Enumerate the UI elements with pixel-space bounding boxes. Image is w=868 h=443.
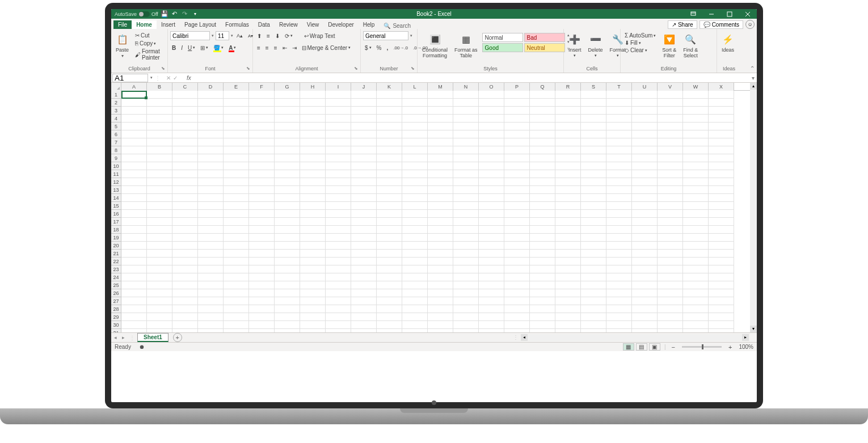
cell[interactable] [479, 170, 504, 178]
cell[interactable] [249, 242, 275, 250]
cell[interactable] [198, 99, 224, 107]
cell[interactable] [402, 107, 428, 115]
cell[interactable] [606, 170, 632, 178]
cell[interactable] [683, 130, 709, 138]
cell[interactable] [530, 258, 555, 265]
cell[interactable] [555, 250, 581, 258]
cell[interactable] [606, 138, 632, 146]
cell[interactable] [504, 258, 530, 265]
cell[interactable] [658, 273, 683, 281]
cell[interactable] [249, 146, 275, 154]
format-as-table-button[interactable]: ▦ Format as Table [452, 31, 480, 60]
cell[interactable] [377, 99, 402, 107]
cell[interactable] [249, 273, 275, 281]
cell[interactable] [658, 178, 683, 186]
collapse-ribbon-icon[interactable]: ⌃ [750, 65, 755, 71]
orientation-icon[interactable]: ⟳▾ [283, 32, 294, 40]
cell[interactable] [453, 281, 479, 289]
cell[interactable] [555, 273, 581, 281]
cell[interactable] [198, 107, 224, 115]
cell[interactable] [504, 123, 530, 130]
cell[interactable] [402, 234, 428, 242]
cell[interactable] [453, 313, 479, 321]
cell[interactable] [658, 115, 683, 123]
cell[interactable] [121, 218, 147, 226]
cell[interactable] [632, 123, 658, 130]
column-header[interactable]: H [300, 83, 326, 91]
cell[interactable] [709, 115, 734, 123]
cell[interactable] [377, 305, 402, 313]
cell[interactable] [172, 146, 198, 154]
cell[interactable] [479, 162, 504, 170]
column-header[interactable]: Q [530, 83, 555, 91]
cell[interactable] [453, 226, 479, 234]
cell[interactable] [555, 99, 581, 107]
cell[interactable] [326, 115, 351, 123]
cell[interactable] [504, 218, 530, 226]
vertical-scrollbar[interactable]: ▴ ▾ [750, 83, 757, 332]
cell[interactable] [147, 115, 172, 123]
zoom-in-button[interactable]: + [727, 344, 734, 351]
cell[interactable] [224, 186, 249, 194]
cell[interactable] [683, 281, 709, 289]
decrease-indent-icon[interactable]: ⇤ [281, 44, 289, 52]
cell[interactable] [326, 202, 351, 210]
cell[interactable] [275, 107, 300, 115]
cell[interactable] [147, 186, 172, 194]
cell[interactable] [172, 186, 198, 194]
cell[interactable] [555, 115, 581, 123]
cell[interactable] [581, 242, 606, 250]
cell[interactable] [275, 138, 300, 146]
cell[interactable] [453, 234, 479, 242]
cell[interactable] [453, 210, 479, 218]
cell[interactable] [377, 218, 402, 226]
wrap-text-button[interactable]: ↩Wrap Text [302, 32, 337, 40]
cell[interactable] [581, 130, 606, 138]
cell[interactable] [428, 250, 453, 258]
cell[interactable] [581, 297, 606, 305]
cell[interactable] [275, 115, 300, 123]
cell[interactable] [453, 194, 479, 202]
cell[interactable] [428, 210, 453, 218]
cell[interactable] [530, 250, 555, 258]
cell[interactable] [147, 138, 172, 146]
cell[interactable] [172, 202, 198, 210]
fill-button[interactable]: ⬇Fill▾ [623, 39, 658, 47]
cell[interactable] [275, 186, 300, 194]
cell[interactable] [198, 178, 224, 186]
cell[interactable] [606, 250, 632, 258]
cell[interactable] [606, 154, 632, 162]
cell[interactable] [224, 250, 249, 258]
cell[interactable] [581, 146, 606, 154]
cell[interactable] [658, 202, 683, 210]
cell[interactable] [377, 258, 402, 265]
cell[interactable] [300, 186, 326, 194]
cell[interactable] [172, 162, 198, 170]
cell[interactable] [504, 146, 530, 154]
cell[interactable] [172, 258, 198, 265]
cell[interactable] [479, 234, 504, 242]
cell[interactable] [326, 313, 351, 321]
cell[interactable] [121, 146, 147, 154]
cell[interactable] [683, 194, 709, 202]
undo-icon[interactable]: ↶ [171, 10, 179, 18]
cell[interactable] [147, 297, 172, 305]
cell[interactable] [300, 146, 326, 154]
column-header[interactable]: X [709, 83, 734, 91]
cell[interactable] [479, 289, 504, 297]
cell[interactable] [402, 123, 428, 130]
cell[interactable] [377, 170, 402, 178]
cell[interactable] [555, 107, 581, 115]
column-header[interactable]: K [377, 83, 402, 91]
column-header[interactable]: T [606, 83, 632, 91]
row-header[interactable]: 5 [111, 123, 121, 130]
cell[interactable] [377, 107, 402, 115]
row-header[interactable]: 22 [111, 258, 121, 265]
cell[interactable] [326, 91, 351, 99]
cell[interactable] [326, 226, 351, 234]
align-right-icon[interactable]: ≡ [272, 44, 279, 52]
column-header[interactable]: V [658, 83, 683, 91]
cell[interactable] [632, 210, 658, 218]
cell[interactable] [351, 226, 377, 234]
cell[interactable] [224, 115, 249, 123]
